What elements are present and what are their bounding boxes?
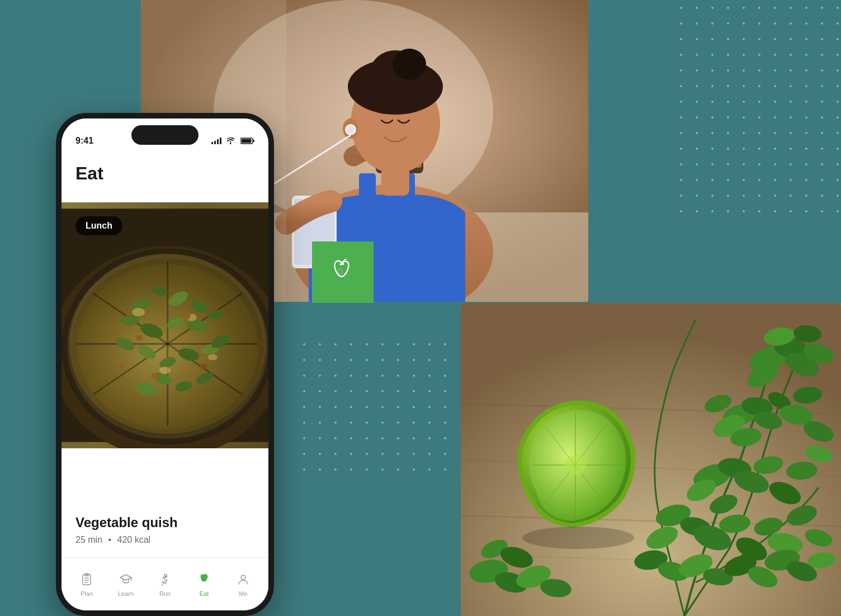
- herbs-photo: [461, 303, 841, 616]
- nav-label-learn: Learn: [118, 590, 134, 597]
- svg-point-17: [347, 126, 354, 133]
- dot-pattern-top-right: [673, 0, 841, 224]
- run-icon: [157, 572, 173, 587]
- lunch-badge: Lunch: [75, 216, 122, 235]
- nav-item-me[interactable]: Me: [226, 572, 260, 597]
- nav-label-eat: Eat: [200, 590, 209, 597]
- eat-title: Eat: [75, 163, 254, 184]
- svg-point-133: [241, 575, 245, 580]
- svg-point-131: [164, 574, 167, 576]
- phone-device: 9:41 Eat: [56, 113, 274, 616]
- status-icons: [211, 138, 254, 144]
- svg-point-76: [522, 527, 634, 549]
- phone-screen: 9:41 Eat: [62, 119, 268, 610]
- nav-item-eat[interactable]: Eat: [187, 572, 221, 597]
- signal-bar-2: [214, 141, 216, 144]
- graduation-icon: [118, 572, 134, 587]
- food-info-card: Vegetable quish 25 min • 420 kcal: [62, 503, 268, 557]
- svg-rect-84: [253, 140, 255, 142]
- nav-label-plan: Plan: [81, 590, 93, 597]
- food-meta-separator: •: [108, 535, 111, 544]
- svg-point-75: [565, 455, 585, 475]
- signal-bar-3: [217, 139, 219, 144]
- nav-label-me: Me: [239, 590, 247, 597]
- apple-icon-floating: [312, 241, 374, 303]
- nav-item-plan[interactable]: Plan: [70, 572, 103, 597]
- food-calories: 420 kcal: [117, 535, 151, 544]
- wifi-icon: [226, 138, 235, 144]
- clipboard-icon: [79, 572, 95, 587]
- battery-icon: [240, 138, 254, 144]
- signal-bar-4: [220, 138, 221, 144]
- bottom-nav: Plan Learn: [62, 557, 268, 610]
- signal-bars: [211, 138, 221, 144]
- apple-nav-icon: [196, 572, 212, 587]
- signal-bar-1: [211, 142, 213, 144]
- food-meta: 25 min • 420 kcal: [75, 535, 254, 545]
- phone-header: Eat: [62, 152, 268, 192]
- phone-dynamic-island: [131, 125, 199, 145]
- svg-rect-8: [359, 173, 376, 218]
- svg-point-132: [201, 578, 204, 580]
- svg-point-124: [77, 264, 258, 429]
- nav-item-learn[interactable]: Learn: [109, 572, 143, 597]
- svg-rect-85: [242, 139, 252, 143]
- status-time: 9:41: [75, 136, 93, 146]
- svg-point-14: [393, 49, 426, 80]
- food-name: Vegetable quish: [75, 515, 254, 530]
- nav-item-run[interactable]: Run: [148, 572, 182, 597]
- phone-food-image: Lunch: [62, 202, 268, 448]
- nav-label-run: Run: [159, 590, 171, 597]
- food-time: 25 min: [75, 535, 102, 544]
- dot-pattern-bottom-center: [296, 337, 453, 476]
- person-icon: [235, 572, 251, 587]
